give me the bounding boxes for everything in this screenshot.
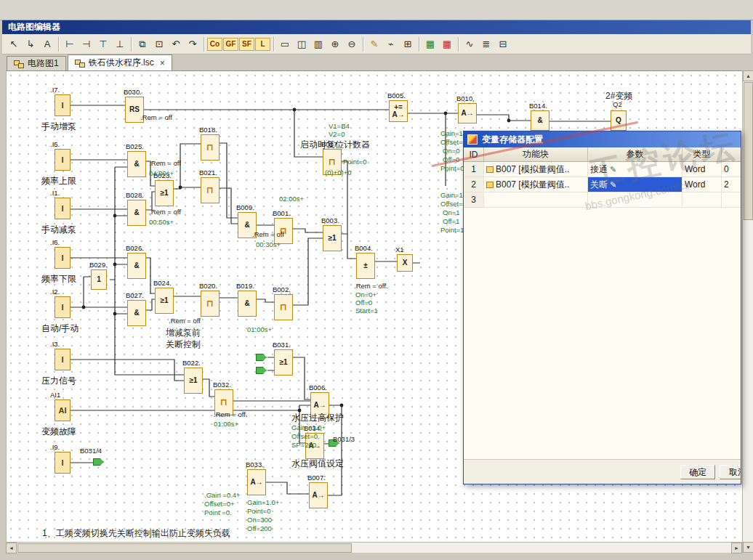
block-b025[interactable]: &: [127, 151, 146, 177]
block-b010[interactable]: A→: [458, 103, 477, 123]
connector-tool[interactable]: ↳: [23, 36, 39, 52]
scroll-right-button[interactable]: ►: [731, 543, 742, 553]
align-vertical-icon[interactable]: ⊟: [495, 36, 511, 52]
input-block-i7[interactable]: I: [55, 94, 71, 116]
annotation: 04:00s+: [149, 169, 174, 177]
block-b028[interactable]: &: [127, 200, 146, 226]
input-block-i2[interactable]: I: [55, 296, 71, 318]
dialog-table-row[interactable]: 2B007 [模拟量阀值..关断✎Word2: [464, 177, 741, 192]
cancel-button[interactable]: 取消: [720, 465, 741, 479]
align-horizontal-icon[interactable]: ≣: [478, 36, 494, 52]
block-x1[interactable]: X: [397, 254, 413, 272]
block-b004[interactable]: ±: [356, 253, 375, 279]
vertical-scroll-thumb[interactable]: [744, 82, 753, 220]
redo-button[interactable]: ↷: [185, 36, 201, 52]
tab-tieshi-program[interactable]: 铁石供水程序.lsc ×: [68, 54, 172, 70]
io-ref-label: .I3.: [50, 340, 60, 348]
cursor-tool[interactable]: ↖: [6, 36, 22, 52]
vertical-scrollbar[interactable]: ▲ ▼: [742, 70, 753, 553]
block-b002[interactable]: ⊓: [274, 294, 293, 320]
block-b020[interactable]: ⊓: [201, 291, 220, 317]
block-b031[interactable]: ≥1: [274, 349, 293, 376]
horizontal-scroll-thumb[interactable]: [17, 543, 352, 553]
row-value-cell: 2: [722, 177, 741, 192]
simulation-button[interactable]: ▦: [422, 36, 438, 52]
edit-pencil-icon[interactable]: ✎: [610, 166, 616, 174]
align-left-icon[interactable]: ⊢: [62, 36, 78, 52]
block-b005[interactable]: +=A→: [389, 100, 408, 122]
dialog-table-row[interactable]: 3: [464, 192, 741, 208]
dialog-empty-area[interactable]: [464, 208, 741, 459]
input-block-i9[interactable]: I: [55, 452, 71, 474]
dialog-column-header[interactable]: 功能块: [484, 147, 588, 161]
block-b026[interactable]: &: [127, 253, 146, 279]
ok-button[interactable]: 确定: [680, 465, 715, 479]
align-bottom-icon[interactable]: ⊥: [112, 36, 128, 52]
block-b019[interactable]: &: [238, 291, 257, 317]
annotation: .Rem = off: [149, 208, 181, 216]
row-param-cell[interactable]: 接通✎: [588, 162, 682, 176]
block-b024[interactable]: ≥1: [155, 288, 174, 314]
block-b014[interactable]: &: [531, 110, 549, 131]
block-b021[interactable]: ⊓: [201, 177, 220, 203]
input-block-i5[interactable]: I: [55, 149, 71, 171]
tab-circuit-1[interactable]: 电路图1: [7, 56, 66, 70]
annotation: .Rem = off: [169, 317, 201, 325]
probe-icon[interactable]: ∿: [462, 36, 478, 52]
block-b022[interactable]: ≥1: [184, 368, 203, 394]
grid-button[interactable]: ⊞: [400, 36, 416, 52]
align-right-icon[interactable]: ⊣: [78, 36, 94, 52]
zoom-out-button[interactable]: ⊖: [344, 36, 360, 52]
special-functions-sf-button[interactable]: SF: [239, 38, 254, 51]
dialog-column-header[interactable]: 参数: [588, 147, 682, 161]
dialog-column-header[interactable]: 类型: [682, 147, 722, 161]
tab-bar: 电路图1 铁石供水程序.lsc ×: [2, 54, 751, 70]
dialog-title-bar[interactable]: 变量存储器配置: [464, 131, 741, 147]
block-b033[interactable]: A→: [247, 469, 266, 495]
scroll-down-button[interactable]: ▼: [743, 542, 753, 553]
tab-close-icon[interactable]: ×: [160, 58, 165, 68]
dialog-column-header[interactable]: ID: [464, 147, 484, 161]
block-b027[interactable]: &: [127, 300, 146, 326]
title-bar[interactable]: 电路图编辑器: [2, 20, 751, 34]
input-block-i6[interactable]: I: [55, 247, 71, 269]
input-block-ai1[interactable]: AI: [55, 399, 71, 421]
block-b007[interactable]: A→: [309, 482, 328, 508]
send-to-back-icon[interactable]: ⊡: [151, 36, 167, 52]
align-top-icon[interactable]: ⊤: [95, 36, 111, 52]
split-connection-tool[interactable]: ⌁: [383, 36, 399, 52]
scroll-up-button[interactable]: ▲: [743, 70, 753, 81]
block-b023[interactable]: ≥1: [155, 180, 174, 206]
input-block-i1[interactable]: I: [55, 198, 71, 219]
pencil-tool[interactable]: ✎: [366, 36, 382, 52]
block-b029[interactable]: 1: [91, 269, 107, 290]
dialog-column-header[interactable]: [722, 147, 741, 161]
edit-pencil-icon[interactable]: ✎: [610, 181, 616, 189]
bring-to-front-icon[interactable]: ⧉: [134, 36, 150, 52]
window-split-3-icon[interactable]: ▥: [310, 36, 326, 52]
input-block-i3[interactable]: I: [55, 349, 71, 370]
toolbar-separator: [458, 37, 459, 52]
zoom-in-button[interactable]: ⊕: [327, 36, 343, 52]
horizontal-scrollbar[interactable]: ◄ ►: [6, 542, 742, 553]
function-block-icon: [486, 182, 494, 188]
scroll-left-button[interactable]: ◄: [6, 543, 17, 553]
dialog-table-row[interactable]: 1B007 [模拟量阀值..接通✎Word0: [464, 162, 741, 177]
text-tool[interactable]: A: [39, 36, 55, 52]
row-param-cell[interactable]: 关断✎: [588, 177, 682, 192]
window-split-1-icon[interactable]: ▭: [277, 36, 293, 52]
labels-l-button[interactable]: L: [255, 38, 270, 51]
block-label: B003.: [321, 216, 339, 224]
annotation: Point =0.: [204, 508, 232, 516]
undo-button[interactable]: ↶: [168, 36, 184, 52]
block-q2[interactable]: Q: [611, 110, 627, 131]
row-param-cell[interactable]: [588, 192, 682, 207]
online-test-button[interactable]: ▦: [439, 36, 455, 52]
block-label: B014.: [529, 102, 547, 110]
basic-functions-gf-button[interactable]: GF: [223, 38, 238, 51]
toolbar-separator: [204, 37, 204, 52]
block-b003[interactable]: ≥1: [323, 225, 342, 251]
block-b018[interactable]: ⊓: [201, 134, 220, 161]
window-split-2-icon[interactable]: ◫: [294, 36, 310, 52]
constants-co-button[interactable]: Co: [207, 38, 222, 51]
